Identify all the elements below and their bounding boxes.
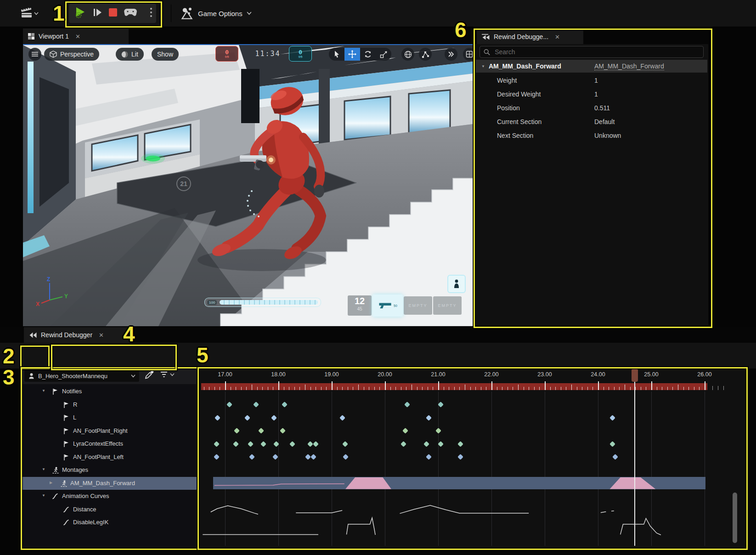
ruler-tick xyxy=(491,381,492,390)
notify-marker[interactable] xyxy=(612,454,618,460)
tab-rewind-debugger-details[interactable]: Rewind Debugge... ✕ xyxy=(477,29,583,44)
tree-row-Montages[interactable]: ▼Montages xyxy=(22,464,197,477)
notify-marker[interactable] xyxy=(457,454,463,460)
notify-marker[interactable] xyxy=(426,415,432,421)
notify-marker[interactable] xyxy=(271,415,277,421)
tree-row-Distance[interactable]: Distance xyxy=(22,503,197,516)
snap-settings-button[interactable] xyxy=(419,48,432,61)
collapse-arrow-icon[interactable]: ▼ xyxy=(42,389,45,393)
property-row[interactable]: Next SectionUnknown xyxy=(476,129,707,142)
expand-arrow-icon[interactable]: ▼ xyxy=(481,64,485,68)
tree-row-DisableLegIK[interactable]: DisableLegIK xyxy=(22,516,197,529)
collapse-arrow-icon[interactable]: ▼ xyxy=(42,493,45,498)
notify-marker[interactable] xyxy=(282,402,288,408)
notify-marker[interactable] xyxy=(305,454,311,460)
notify-marker[interactable] xyxy=(259,428,265,434)
notify-marker[interactable] xyxy=(248,441,254,447)
property-row[interactable]: Current SectionDefault xyxy=(476,115,707,129)
notify-marker[interactable] xyxy=(310,454,316,460)
tree-row-R[interactable]: R xyxy=(22,398,197,412)
notify-marker[interactable] xyxy=(214,454,220,460)
debug-target-dropdown[interactable]: B_Hero_ShooterMannequ xyxy=(24,370,139,382)
montage-track-bar[interactable] xyxy=(213,477,705,489)
notify-marker[interactable] xyxy=(609,415,615,421)
cinematics-button[interactable] xyxy=(17,6,41,20)
property-row[interactable]: Desired Weight1 xyxy=(476,87,707,101)
notify-marker[interactable] xyxy=(435,428,441,434)
game-options-button[interactable]: Game Options xyxy=(180,6,252,21)
notify-marker[interactable] xyxy=(404,402,410,408)
notify-marker[interactable] xyxy=(342,441,348,447)
pick-actor-button[interactable] xyxy=(145,370,154,381)
filter-dropdown[interactable] xyxy=(160,371,175,378)
notify-marker[interactable] xyxy=(272,454,278,460)
notify-marker[interactable] xyxy=(609,441,615,447)
tree-row-Animation Curves[interactable]: ▼Animation Curves xyxy=(22,490,197,503)
search-box[interactable] xyxy=(480,46,704,58)
close-icon[interactable]: ✕ xyxy=(555,34,560,40)
collapse-arrow-icon[interactable]: ▼ xyxy=(42,467,45,471)
lit-dropdown[interactable]: Lit xyxy=(116,48,144,61)
notify-marker[interactable] xyxy=(343,454,349,460)
notify-marker[interactable] xyxy=(426,454,432,460)
tab-viewport-1[interactable]: Viewport 1 ✕ xyxy=(23,28,129,44)
frame-skip-button[interactable] xyxy=(93,7,102,19)
notify-marker[interactable] xyxy=(423,441,429,447)
scale-tool[interactable] xyxy=(376,48,391,61)
close-icon[interactable]: ✕ xyxy=(99,332,104,339)
viewport-menu-button[interactable] xyxy=(28,48,41,61)
notify-marker[interactable] xyxy=(253,402,259,408)
notify-marker[interactable] xyxy=(234,428,240,434)
stop-button[interactable] xyxy=(108,8,118,19)
notify-marker[interactable] xyxy=(401,441,406,447)
perspective-dropdown[interactable]: Perspective xyxy=(44,48,99,61)
select-tool[interactable] xyxy=(329,48,344,61)
property-row[interactable]: Position0.511 xyxy=(476,101,707,115)
notify-marker[interactable] xyxy=(244,415,250,421)
play-options-menu[interactable] xyxy=(150,7,152,19)
expand-arrow-icon[interactable]: ▶ xyxy=(50,481,52,485)
property-row[interactable]: Weight1 xyxy=(476,74,707,87)
play-button[interactable] xyxy=(74,6,86,20)
notify-marker[interactable] xyxy=(260,441,266,447)
world-space-toggle[interactable] xyxy=(401,48,414,61)
tree-row-AN_FootPlant_Left[interactable]: AN_FootPlant_Left xyxy=(22,451,197,464)
tree-row-Notifies[interactable]: ▼Notifies xyxy=(22,385,197,398)
notify-marker[interactable] xyxy=(307,441,313,447)
show-dropdown[interactable]: Show xyxy=(152,48,179,61)
playhead-scrubber[interactable] xyxy=(632,369,638,382)
notify-marker[interactable] xyxy=(402,428,408,434)
rewind-tabbar: Rewind Debugger ✕ xyxy=(0,327,756,343)
tree-row-L[interactable]: L xyxy=(22,411,197,425)
notify-marker[interactable] xyxy=(214,441,220,447)
notify-marker[interactable] xyxy=(280,428,286,434)
rotate-tool[interactable] xyxy=(360,48,376,61)
montage-asset-link[interactable]: AM_MM_Dash_Forward xyxy=(594,62,664,70)
notify-marker[interactable] xyxy=(339,415,345,421)
ruler-tick xyxy=(688,387,689,390)
tab-rewind-debugger[interactable]: Rewind Debugger ✕ xyxy=(24,327,130,343)
close-icon[interactable]: ✕ xyxy=(75,33,80,40)
notify-marker[interactable] xyxy=(226,402,232,408)
tree-row-LyraContextEffects[interactable]: LyraContextEffects xyxy=(22,437,197,451)
eject-possess-button[interactable] xyxy=(124,8,137,18)
grid-snap-button[interactable] xyxy=(463,48,473,61)
toolbar-overflow-button[interactable] xyxy=(445,48,457,61)
notify-marker[interactable] xyxy=(214,415,220,421)
notify-marker[interactable] xyxy=(438,441,444,447)
notify-marker[interactable] xyxy=(313,441,319,447)
tree-row-AM_MM_Dash_Forward[interactable]: ▶AM_MM_Dash_Forward xyxy=(22,477,197,490)
playhead-line[interactable] xyxy=(634,369,635,546)
rewind-timeline-panel[interactable]: 17.0018.0019.0020.0021.0022.0023.0024.00… xyxy=(198,368,745,548)
notify-marker[interactable] xyxy=(457,441,463,447)
move-tool[interactable] xyxy=(344,48,360,61)
viewport-3d[interactable]: 21 xyxy=(23,45,473,326)
timeline-scrollbar[interactable] xyxy=(733,493,737,543)
tree-row-AN_FootPlant_Right[interactable]: AN_FootPlant_Right xyxy=(22,425,197,438)
search-input[interactable] xyxy=(494,48,700,56)
notify-marker[interactable] xyxy=(233,441,239,447)
selected-montage-row[interactable]: ▼ AM_MM_Dash_Forward AM_MM_Dash_Forward xyxy=(476,60,707,73)
notify-marker[interactable] xyxy=(438,402,444,408)
notify-marker[interactable] xyxy=(289,441,295,447)
notify-marker[interactable] xyxy=(249,454,255,460)
